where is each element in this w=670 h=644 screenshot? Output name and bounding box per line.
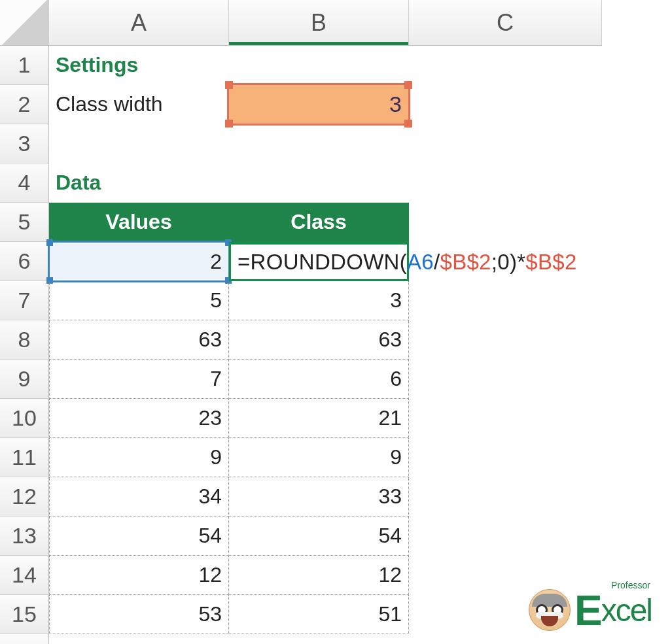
row-header-9[interactable]: 9 bbox=[0, 360, 49, 399]
row-header-8[interactable]: 8 bbox=[0, 320, 49, 360]
cell-a16[interactable] bbox=[49, 634, 229, 644]
cell-a11[interactable]: 9 bbox=[49, 438, 229, 477]
row-header-13[interactable]: 13 bbox=[0, 517, 49, 556]
row-header-14[interactable]: 14 bbox=[0, 556, 49, 595]
cell-b15[interactable]: 51 bbox=[229, 595, 409, 634]
cell-a6-value: 2 bbox=[210, 250, 222, 274]
cell-c10[interactable] bbox=[409, 399, 602, 438]
row-header-11[interactable]: 11 bbox=[0, 438, 49, 477]
cell-b5[interactable]: Class bbox=[229, 203, 409, 242]
col-header-c[interactable]: C bbox=[409, 0, 602, 46]
cell-c16[interactable] bbox=[409, 634, 602, 644]
cell-b13[interactable]: 54 bbox=[229, 517, 409, 556]
excel-wordmark: Excel Professor bbox=[574, 583, 652, 631]
formula-text: =ROUNDDOWN(A6/$B$2;0)*$B$2 bbox=[238, 250, 577, 275]
cell-c8[interactable] bbox=[409, 320, 602, 360]
cell-b14[interactable]: 12 bbox=[229, 556, 409, 595]
row-header-6[interactable]: 6 bbox=[0, 242, 49, 281]
cell-b3[interactable] bbox=[229, 124, 409, 163]
select-all-corner[interactable] bbox=[0, 0, 49, 46]
cell-a2[interactable]: Class width bbox=[49, 85, 229, 124]
cell-b9[interactable]: 6 bbox=[229, 360, 409, 399]
cell-c7[interactable] bbox=[409, 281, 602, 320]
professor-excel-logo: Excel Professor bbox=[529, 583, 652, 631]
row-header-3[interactable]: 3 bbox=[0, 124, 49, 163]
professor-face-icon bbox=[529, 589, 571, 631]
cell-c2[interactable] bbox=[409, 85, 602, 124]
cell-b4[interactable] bbox=[229, 163, 409, 203]
row-header-12[interactable]: 12 bbox=[0, 477, 49, 517]
row-header-4[interactable]: 4 bbox=[0, 163, 49, 203]
row-header-15[interactable]: 15 bbox=[0, 595, 49, 634]
row-header-16[interactable]: 16 bbox=[0, 634, 49, 644]
row-header-5[interactable]: 5 bbox=[0, 203, 49, 242]
cell-a14[interactable]: 12 bbox=[49, 556, 229, 595]
cell-b2-value: 3 bbox=[389, 92, 402, 117]
cell-a5[interactable]: Values bbox=[49, 203, 229, 242]
cell-b12[interactable]: 33 bbox=[229, 477, 409, 517]
cell-b7[interactable]: 3 bbox=[229, 281, 409, 320]
cell-a13[interactable]: 54 bbox=[49, 517, 229, 556]
row-header-7[interactable]: 7 bbox=[0, 281, 49, 320]
cell-c11[interactable] bbox=[409, 438, 602, 477]
cell-c13[interactable] bbox=[409, 517, 602, 556]
cell-c12[interactable] bbox=[409, 477, 602, 517]
cell-b11[interactable]: 9 bbox=[229, 438, 409, 477]
cell-b10[interactable]: 21 bbox=[229, 399, 409, 438]
cell-c9[interactable] bbox=[409, 360, 602, 399]
cell-a9[interactable]: 7 bbox=[49, 360, 229, 399]
cell-b16[interactable] bbox=[229, 634, 409, 644]
cell-b6[interactable]: =ROUNDDOWN(A6/$B$2;0)*$B$2 bbox=[229, 242, 409, 281]
row-header-10[interactable]: 10 bbox=[0, 399, 49, 438]
cell-c4[interactable] bbox=[409, 163, 602, 203]
row-header-1[interactable]: 1 bbox=[0, 46, 49, 85]
cell-b1[interactable] bbox=[229, 46, 409, 85]
cell-a3[interactable] bbox=[49, 124, 229, 163]
cell-a8[interactable]: 63 bbox=[49, 320, 229, 360]
cell-a10[interactable]: 23 bbox=[49, 399, 229, 438]
cell-a12[interactable]: 34 bbox=[49, 477, 229, 517]
col-header-b[interactable]: B bbox=[229, 0, 409, 46]
row-header-2[interactable]: 2 bbox=[0, 85, 49, 124]
cell-c3[interactable] bbox=[409, 124, 602, 163]
cell-b2[interactable]: 3 bbox=[229, 85, 409, 124]
cell-c1[interactable] bbox=[409, 46, 602, 85]
cell-a1[interactable]: Settings bbox=[49, 46, 229, 85]
cell-a15[interactable]: 53 bbox=[49, 595, 229, 634]
spreadsheet-grid[interactable]: A B C 1 Settings 2 Class width 3 3 4 Dat… bbox=[0, 0, 670, 644]
cell-c5[interactable] bbox=[409, 203, 602, 242]
cell-a7[interactable]: 5 bbox=[49, 281, 229, 320]
col-header-a[interactable]: A bbox=[49, 0, 229, 46]
cell-b8[interactable]: 63 bbox=[229, 320, 409, 360]
cell-a4[interactable]: Data bbox=[49, 163, 229, 203]
cell-a6[interactable]: 2 bbox=[49, 242, 229, 281]
